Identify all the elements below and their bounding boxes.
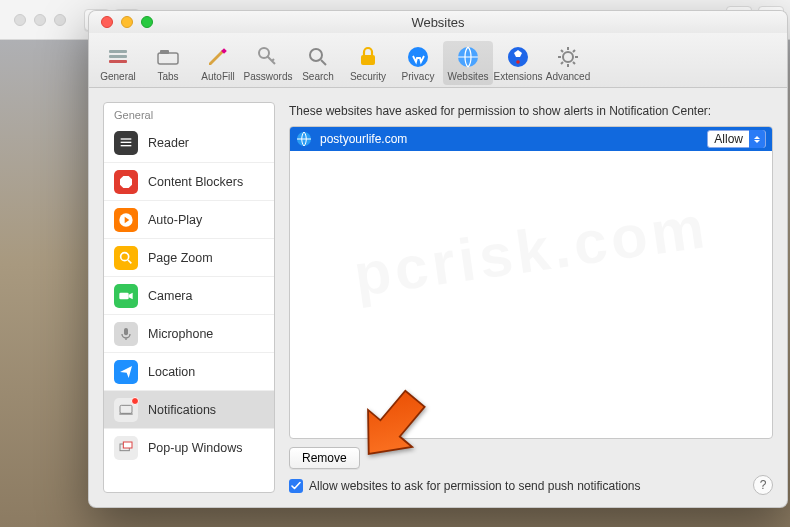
sidebar-item-camera[interactable]: Camera bbox=[104, 276, 274, 314]
preferences-window: Websites GeneralTabsAutoFillPasswordsSea… bbox=[88, 10, 788, 508]
sidebar-item-label: Microphone bbox=[148, 327, 213, 341]
extensions-icon bbox=[505, 44, 531, 70]
advanced-icon bbox=[555, 44, 581, 70]
preferences-toolbar: GeneralTabsAutoFillPasswordsSearchSecuri… bbox=[89, 33, 787, 88]
toolbar-advanced[interactable]: Advanced bbox=[543, 41, 593, 85]
svg-rect-21 bbox=[119, 292, 128, 299]
toolbar-privacy[interactable]: Privacy bbox=[393, 41, 443, 85]
svg-rect-0 bbox=[109, 50, 127, 53]
zoom-window-icon[interactable] bbox=[141, 16, 153, 28]
svg-point-20 bbox=[121, 252, 129, 260]
window-traffic-lights bbox=[101, 16, 153, 28]
popup-icon bbox=[114, 436, 138, 460]
sidebar-item-label: Notifications bbox=[148, 403, 216, 417]
mic-icon bbox=[114, 322, 138, 346]
toolbar-label: Tabs bbox=[157, 71, 178, 82]
stop-icon bbox=[114, 170, 138, 194]
notify-icon bbox=[114, 398, 138, 422]
security-icon bbox=[355, 44, 381, 70]
toolbar-label: AutoFill bbox=[201, 71, 234, 82]
toolbar-label: Security bbox=[350, 71, 386, 82]
site-row[interactable]: postyourlife.com Allow bbox=[290, 127, 772, 151]
general-icon bbox=[105, 44, 131, 70]
toolbar-label: Search bbox=[302, 71, 334, 82]
help-button[interactable]: ? bbox=[753, 475, 773, 495]
svg-rect-1 bbox=[109, 55, 127, 58]
websites-icon bbox=[455, 44, 481, 70]
panel-description: These websites have asked for permission… bbox=[289, 104, 773, 118]
camera-icon bbox=[114, 284, 138, 308]
window-titlebar: Websites bbox=[89, 11, 787, 33]
tabs-icon bbox=[155, 44, 181, 70]
autofill-icon bbox=[205, 44, 231, 70]
globe-icon bbox=[296, 131, 312, 147]
toolbar-label: Advanced bbox=[546, 71, 590, 82]
toolbar-search[interactable]: Search bbox=[293, 41, 343, 85]
zoom-icon bbox=[114, 246, 138, 270]
checkbox-row[interactable]: Allow websites to ask for permission to … bbox=[289, 479, 773, 493]
toolbar-autofill[interactable]: AutoFill bbox=[193, 41, 243, 85]
reader-icon bbox=[114, 131, 138, 155]
svg-marker-17 bbox=[120, 176, 132, 188]
sidebar-item-auto-play[interactable]: Auto-Play bbox=[104, 200, 274, 238]
sidebar-item-notifications[interactable]: Notifications bbox=[104, 390, 274, 428]
sidebar-item-label: Content Blockers bbox=[148, 175, 243, 189]
toolbar-general[interactable]: General bbox=[93, 41, 143, 85]
privacy-icon bbox=[405, 44, 431, 70]
chevron-updown-icon bbox=[749, 130, 765, 148]
search-icon bbox=[305, 44, 331, 70]
background-traffic-lights bbox=[14, 14, 66, 26]
sidebar-item-microphone[interactable]: Microphone bbox=[104, 314, 274, 352]
checkbox[interactable] bbox=[289, 479, 303, 493]
watermark-text: pcrisk.com bbox=[350, 192, 713, 310]
sidebar-item-label: Page Zoom bbox=[148, 251, 213, 265]
toolbar-extensions[interactable]: Extensions bbox=[493, 41, 543, 85]
toolbar-label: Passwords bbox=[244, 71, 293, 82]
svg-rect-22 bbox=[124, 328, 128, 335]
sidebar: General ReaderContent BlockersAuto-PlayP… bbox=[103, 102, 275, 493]
toolbar-security[interactable]: Security bbox=[343, 41, 393, 85]
svg-point-13 bbox=[563, 52, 573, 62]
sidebar-item-label: Pop-up Windows bbox=[148, 441, 243, 455]
sidebar-item-label: Auto-Play bbox=[148, 213, 202, 227]
toolbar-passwords[interactable]: Passwords bbox=[243, 41, 293, 85]
svg-rect-2 bbox=[109, 60, 127, 63]
svg-rect-14 bbox=[121, 138, 132, 139]
sidebar-header: General bbox=[104, 103, 274, 124]
svg-rect-3 bbox=[158, 53, 178, 64]
checkbox-label: Allow websites to ask for permission to … bbox=[309, 479, 641, 493]
remove-button[interactable]: Remove bbox=[289, 447, 360, 469]
sidebar-item-content-blockers[interactable]: Content Blockers bbox=[104, 162, 274, 200]
sidebar-item-label: Reader bbox=[148, 136, 189, 150]
toolbar-label: General bbox=[100, 71, 136, 82]
svg-rect-8 bbox=[361, 55, 375, 65]
toolbar-tabs[interactable]: Tabs bbox=[143, 41, 193, 85]
toolbar-label: Extensions bbox=[494, 71, 543, 82]
window-title: Websites bbox=[411, 15, 464, 30]
site-list: postyourlife.com Allow pcrisk.com bbox=[289, 126, 773, 439]
sidebar-item-reader[interactable]: Reader bbox=[104, 124, 274, 162]
svg-point-9 bbox=[408, 47, 428, 67]
passwords-icon bbox=[255, 44, 281, 70]
sidebar-item-pop-up-windows[interactable]: Pop-up Windows bbox=[104, 428, 274, 466]
permission-value: Allow bbox=[714, 132, 743, 146]
site-name: postyourlife.com bbox=[320, 132, 407, 146]
svg-point-12 bbox=[516, 60, 520, 64]
play-icon bbox=[114, 208, 138, 232]
location-icon bbox=[114, 360, 138, 384]
close-icon[interactable] bbox=[101, 16, 113, 28]
svg-rect-15 bbox=[121, 142, 132, 143]
sidebar-item-location[interactable]: Location bbox=[104, 352, 274, 390]
toolbar-label: Websites bbox=[448, 71, 489, 82]
toolbar-label: Privacy bbox=[402, 71, 435, 82]
websites-panel: These websites have asked for permission… bbox=[289, 102, 773, 493]
sidebar-item-label: Camera bbox=[148, 289, 192, 303]
sidebar-item-page-zoom[interactable]: Page Zoom bbox=[104, 238, 274, 276]
svg-rect-23 bbox=[120, 405, 132, 413]
minimize-icon[interactable] bbox=[121, 16, 133, 28]
toolbar-websites[interactable]: Websites bbox=[443, 41, 493, 85]
permission-select[interactable]: Allow bbox=[707, 130, 766, 148]
svg-rect-24 bbox=[119, 413, 132, 414]
svg-rect-16 bbox=[121, 145, 132, 146]
sidebar-item-label: Location bbox=[148, 365, 195, 379]
